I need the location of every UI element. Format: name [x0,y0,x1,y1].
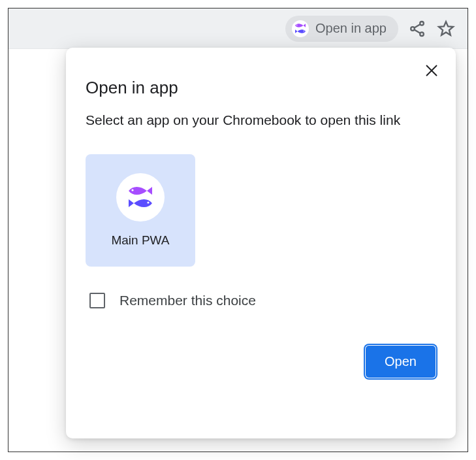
app-tile-main-pwa[interactable]: Main PWA [86,154,195,267]
open-in-app-dialog: Open in app Select an app on your Chrome… [66,48,456,438]
omnibar: Open in app [8,8,468,49]
dialog-description: Select an app on your Chromebook to open… [86,110,422,131]
svg-line-6 [415,29,420,33]
chip-label: Open in app [315,21,387,36]
open-button[interactable]: Open [365,345,436,378]
fish-icon [292,20,309,37]
dialog-title: Open in app [86,78,436,98]
svg-point-4 [420,32,424,36]
svg-point-10 [131,189,133,191]
svg-point-11 [147,201,149,203]
svg-point-0 [296,25,297,25]
dialog-button-row: Open [86,345,436,378]
open-in-app-chip[interactable]: Open in app [285,16,398,42]
remember-label: Remember this choice [119,293,256,308]
svg-point-2 [420,22,424,25]
app-tile-label: Main PWA [111,233,169,248]
star-icon[interactable] [436,19,456,39]
share-icon[interactable] [407,19,427,39]
svg-line-5 [415,24,420,27]
remember-checkbox[interactable] [89,293,105,308]
fish-icon [116,173,165,222]
svg-point-3 [411,27,415,31]
browser-frame: Open in app Open in app Select an app on… [8,8,468,452]
close-icon[interactable] [420,59,443,82]
svg-point-1 [304,31,304,31]
svg-marker-7 [439,22,453,35]
remember-choice-row[interactable]: Remember this choice [89,293,436,308]
